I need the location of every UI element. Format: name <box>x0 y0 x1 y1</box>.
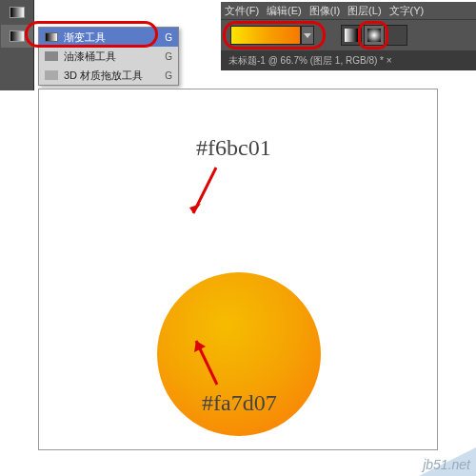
flyout-paint-bucket-tool[interactable]: 油漆桶工具 G <box>39 47 178 66</box>
gradient-linear-button[interactable] <box>341 25 362 46</box>
flyout-item-label: 3D 材质拖放工具 <box>64 69 143 83</box>
bucket-icon <box>45 51 58 61</box>
menu-edit[interactable]: 编辑(E) <box>267 4 302 18</box>
gradient-icon <box>10 30 25 42</box>
options-bar <box>221 19 476 51</box>
shortcut-key: G <box>165 32 172 43</box>
crop-icon <box>10 7 25 18</box>
gradient-dropdown[interactable] <box>301 26 314 45</box>
radial-gradient-icon <box>367 29 381 42</box>
gradient-radial-button[interactable] <box>364 25 385 46</box>
menu-text[interactable]: 文字(Y) <box>389 4 425 18</box>
document-tab[interactable]: 未标题-1 @ 66.7% (图层 1, RGB/8) * × <box>228 54 392 68</box>
tool-slot-1[interactable] <box>1 1 33 24</box>
linear-gradient-icon <box>345 29 358 42</box>
flyout-gradient-tool[interactable]: 渐变工具 G <box>39 28 178 47</box>
color-label-top: #f6bc01 <box>196 135 271 161</box>
gradient-preview-picker[interactable] <box>230 26 301 45</box>
chevron-down-icon <box>304 33 311 38</box>
menu-layer[interactable]: 图层(L) <box>347 4 381 18</box>
gradient-icon <box>45 32 58 42</box>
watermark: jb51.net <box>423 457 470 472</box>
menu-bar: 文件(F) 编辑(E) 图像(I) 图层(L) 文字(Y) <box>221 2 476 19</box>
menu-image[interactable]: 图像(I) <box>309 4 340 18</box>
gradient-tool-button[interactable] <box>1 25 33 48</box>
tool-flyout-menu: 渐变工具 G 油漆桶工具 G 3D 材质拖放工具 G <box>38 27 179 86</box>
gradient-type-group <box>341 25 407 46</box>
angle-gradient-icon <box>390 29 404 42</box>
shortcut-key: G <box>165 51 172 62</box>
tool-slot-3[interactable] <box>1 49 33 71</box>
color-label-bottom: #fa7d07 <box>202 390 277 416</box>
document-tab-bar: 未标题-1 @ 66.7% (图层 1, RGB/8) * × <box>221 51 476 70</box>
shortcut-key: G <box>165 70 172 81</box>
menu-file[interactable]: 文件(F) <box>225 4 259 18</box>
flyout-item-label: 油漆桶工具 <box>64 50 116 64</box>
flyout-item-label: 渐变工具 <box>64 30 106 45</box>
cube-icon <box>45 70 58 80</box>
gradient-angle-button[interactable] <box>387 25 407 46</box>
tools-panel <box>0 0 34 90</box>
flyout-3d-material-tool[interactable]: 3D 材质拖放工具 G <box>39 66 178 85</box>
